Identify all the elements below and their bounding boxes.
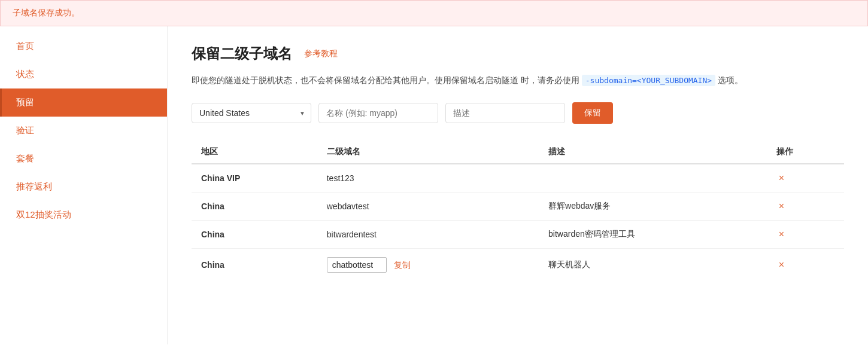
data-table: 地区 二级域名 描述 操作 China VIP test123 ×	[192, 141, 844, 281]
row2-delete-button[interactable]: ×	[776, 201, 787, 212]
sidebar-item-status[interactable]: 状态	[0, 60, 167, 88]
name-input[interactable]	[318, 103, 438, 123]
row3-region: China	[192, 221, 317, 249]
sidebar-item-referral[interactable]: 推荐返利	[0, 173, 167, 201]
success-message: 子域名保存成功。	[13, 8, 80, 17]
save-button[interactable]: 保留	[572, 102, 613, 124]
table-row: China VIP test123 ×	[192, 164, 844, 193]
row4-subdomain-cell[interactable]: chatbottest	[327, 257, 387, 273]
description-text2b: 时，请务必使用	[521, 75, 579, 85]
sidebar-item-verify[interactable]: 验证	[0, 117, 167, 145]
row2-region: China	[192, 193, 317, 221]
desc-input[interactable]	[445, 103, 565, 123]
row4-region: China	[192, 249, 317, 282]
table-row: China webdavtest 群辉webdav服务 ×	[192, 193, 844, 221]
row1-desc	[539, 164, 767, 193]
row3-subdomain: bitwardentest	[317, 221, 539, 249]
tutorial-link[interactable]: 参考教程	[304, 48, 338, 59]
row3-desc: bitwarden密码管理工具	[539, 221, 767, 249]
main-content: 保留二级子域名 参考教程 即使您的隧道处于脱机状态，也不会将保留域名分配给其他用…	[168, 26, 868, 344]
row3-actions: ×	[767, 221, 844, 249]
sidebar-item-reserve[interactable]: 预留	[0, 88, 167, 117]
row4-copy-button[interactable]: 复制	[394, 260, 411, 271]
layout: 首页 状态 预留 验证 套餐 推荐返利 双12抽奖活动 保留二级子域名 参考教程…	[0, 26, 868, 344]
row4-desc: 聊天机器人	[539, 249, 767, 282]
sidebar-item-lottery[interactable]: 双12抽奖活动	[0, 201, 167, 229]
col-header-desc: 描述	[539, 141, 767, 164]
sidebar-item-plan[interactable]: 套餐	[0, 145, 167, 173]
table-row: China bitwardentest bitwarden密码管理工具 ×	[192, 221, 844, 249]
row4-actions: ×	[767, 249, 844, 282]
page-title: 保留二级子域名	[192, 44, 292, 63]
description: 即使您的隧道处于脱机状态，也不会将保留域名分配给其他用户。使用保留域名启动隧道 …	[192, 73, 844, 88]
code-snippet: -subdomain=<YOUR_SUBDOMAIN>	[582, 75, 715, 86]
region-select[interactable]: United States China China VIP Japan Sing…	[192, 103, 311, 123]
row1-region: China VIP	[192, 164, 317, 193]
sidebar-item-home[interactable]: 首页	[0, 32, 167, 60]
row2-actions: ×	[767, 193, 844, 221]
col-header-region: 地区	[192, 141, 317, 164]
table-header-row: 地区 二级域名 描述 操作	[192, 141, 844, 164]
description-text1: 即使您的隧道处于脱机状态，也不会将保留域名分配给其他用户。使用保留域名启动隧道	[192, 75, 518, 85]
region-select-wrapper: United States China China VIP Japan Sing…	[192, 103, 311, 123]
description-text3: 选项。	[718, 75, 743, 85]
table-row: China chatbottest 复制 聊天机器人 ×	[192, 249, 844, 282]
col-header-actions: 操作	[767, 141, 844, 164]
row4-delete-button[interactable]: ×	[776, 260, 787, 270]
row1-delete-button[interactable]: ×	[776, 173, 787, 184]
page-header: 保留二级子域名 参考教程	[192, 44, 844, 63]
row2-desc: 群辉webdav服务	[539, 193, 767, 221]
sidebar: 首页 状态 预留 验证 套餐 推荐返利 双12抽奖活动	[0, 26, 168, 344]
row1-actions: ×	[767, 164, 844, 193]
row4-subdomain: chatbottest 复制	[317, 249, 539, 282]
row2-subdomain: webdavtest	[317, 193, 539, 221]
row1-subdomain: test123	[317, 164, 539, 193]
form-row: United States China China VIP Japan Sing…	[192, 102, 844, 124]
row3-delete-button[interactable]: ×	[776, 229, 787, 240]
col-header-subdomain: 二级域名	[317, 141, 539, 164]
success-banner: 子域名保存成功。	[0, 0, 868, 26]
